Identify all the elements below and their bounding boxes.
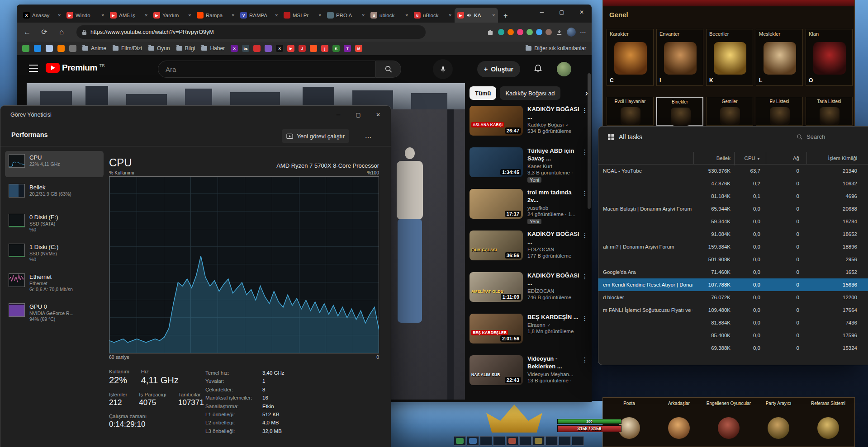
suggested-video[interactable]: 1:34:45 Türkiye ABD için Savaş ... Kaner… xyxy=(470,147,588,186)
new-tab-button[interactable]: + xyxy=(498,12,513,23)
back-icon[interactable]: ← xyxy=(19,23,35,42)
extension-icon[interactable] xyxy=(508,29,514,35)
bookmark-site-icon[interactable] xyxy=(46,45,53,52)
task-row[interactable]: Macun Bulaştı | Donanım Arşivi Forum 65.… xyxy=(598,202,868,215)
bookmark-site-icon[interactable] xyxy=(57,45,65,52)
video-title[interactable]: trol mm tadında 2v... xyxy=(527,189,581,204)
game-social-cell[interactable]: Engellenen Oyuncular xyxy=(705,399,752,445)
tab-close-icon[interactable]: ✕ xyxy=(101,13,104,18)
bookmark-site-icon[interactable] xyxy=(310,45,317,52)
voice-search-button[interactable] xyxy=(433,59,453,79)
suggested-video[interactable]: AMELİYAT OLDU 1:11:09 KADIKÖY BOĞASI ...… xyxy=(470,272,588,311)
suggested-video[interactable]: ASLANA KARŞI 26:47 KADIKÖY BOĞASI ... Ka… xyxy=(470,106,588,145)
task-row[interactable]: alı mı? | Donanım Arşivi Forum 159.384K … xyxy=(598,240,868,253)
column-memory[interactable]: Bellek xyxy=(693,152,730,165)
chip-topic[interactable]: Kadıköy Boğası ad xyxy=(500,86,560,100)
column-cpu[interactable]: CPU ▼ xyxy=(734,152,760,165)
video-channel[interactable]: Kaner Kurt✓ xyxy=(527,164,581,169)
page-scrollbar[interactable] xyxy=(588,73,591,209)
video-menu-icon[interactable]: ⋮ xyxy=(582,148,588,155)
task-table-header[interactable]: Bellek CPU ▼ Ağ İşlem Kimliği xyxy=(598,152,868,165)
task-row[interactable]: 47.876K 0,2 0 10632 xyxy=(598,177,868,190)
browser-tab[interactable]: u ublock ✕ xyxy=(368,8,411,23)
bookmark-folder[interactable]: Bilgi xyxy=(176,45,195,52)
bookmark-site-icon[interactable]: ▶ xyxy=(287,45,294,52)
extension-icon[interactable] xyxy=(545,29,552,35)
video-thumbnail[interactable]: FİLM GALASI 36:56 xyxy=(470,231,523,260)
video-menu-icon[interactable]: ⋮ xyxy=(582,315,588,322)
video-title[interactable]: KADIKÖY BOĞASI ... xyxy=(527,272,581,287)
video-menu-icon[interactable]: ⋮ xyxy=(582,356,588,363)
bookmark-site-icon[interactable] xyxy=(34,45,41,52)
video-thumbnail[interactable]: ASLANA KARŞI 26:47 xyxy=(470,106,523,136)
video-menu-icon[interactable]: ⋮ xyxy=(582,107,588,114)
game-menu-cell[interactable]: Beceriler K xyxy=(706,29,753,86)
browser-tab[interactable]: PRO A ✕ xyxy=(324,8,368,23)
maximize-button[interactable]: ▢ xyxy=(552,5,572,20)
browser-tab[interactable]: X Anasay ✕ xyxy=(20,8,64,23)
game-menu-cell[interactable]: Klan O xyxy=(806,29,853,86)
task-row[interactable]: NGAL - YouTube 530.376K 63,7 0 21340 xyxy=(598,165,868,177)
toolbar-more-icon[interactable]: … xyxy=(361,129,375,143)
bookmark-site-icon[interactable]: J xyxy=(299,45,306,52)
refresh-icon[interactable]: ⟳ xyxy=(37,23,52,42)
performance-sidebar-item[interactable]: Bellek 20,2/31,9 GB (63%) xyxy=(5,181,104,207)
video-menu-icon[interactable]: ⋮ xyxy=(582,273,588,280)
bookmark-site-icon[interactable]: j xyxy=(321,45,328,52)
tab-close-icon[interactable]: ✕ xyxy=(448,13,452,18)
tab-audio-icon[interactable] xyxy=(466,13,472,18)
bookmark-folder[interactable]: Film/Dizi xyxy=(113,45,142,52)
game-social-cell[interactable]: Referans Sistemi xyxy=(805,399,852,445)
browser-tab[interactable]: ▶ Yardım ✕ xyxy=(151,8,194,23)
hotbar-slot[interactable] xyxy=(545,436,558,446)
bookmark-site-icon[interactable]: M xyxy=(355,45,362,52)
browser-tab[interactable]: ▶ Windo ✕ xyxy=(64,8,107,23)
performance-sidebar-item[interactable]: GPU 0 NVIDIA GeForce R... 94% (69 °C) xyxy=(5,300,104,326)
game-menu-cell[interactable]: Karakter C xyxy=(607,29,654,86)
download-icon[interactable] xyxy=(556,29,563,36)
bookmark-folder[interactable]: Anime xyxy=(82,45,106,52)
task-row[interactable]: 501.908K 0,0 0 2956 xyxy=(598,253,868,266)
browser-profile-avatar[interactable] xyxy=(567,28,576,37)
bookmark-site-icon[interactable]: T xyxy=(344,45,351,52)
tab-close-icon[interactable]: ✕ xyxy=(144,13,148,18)
close-button[interactable]: ✕ xyxy=(572,5,592,20)
game-social-cell[interactable]: Party Arayıcı xyxy=(755,399,802,445)
extension-icon[interactable] xyxy=(526,29,533,35)
task-row[interactable]: 81.884K 0,0 0 7436 xyxy=(598,316,868,329)
video-channel[interactable]: Elraenn✓ xyxy=(527,322,581,328)
hotbar-slot[interactable] xyxy=(493,436,505,446)
create-button[interactable]: + Oluştur xyxy=(477,61,520,77)
game-submenu-cell[interactable]: Tarla Listesi xyxy=(806,97,853,126)
browser-tab[interactable]: ▶ AM5 İş ✕ xyxy=(107,8,151,23)
tab-close-icon[interactable]: ✕ xyxy=(318,13,322,18)
bookmark-site-icon[interactable]: X xyxy=(231,45,238,52)
suggested-video[interactable]: 17:17 trol mm tadında 2v... yusufkob✓ 24… xyxy=(470,189,588,228)
hotbar-slot[interactable] xyxy=(454,436,466,446)
task-row[interactable]: em Kendi Kendine Reset Atıyor | Donanım … xyxy=(598,278,868,291)
browser-tab[interactable]: u uBlock ✕ xyxy=(411,8,455,23)
close-button[interactable]: ✕ xyxy=(368,108,388,122)
game-submenu-cell[interactable]: Evcil Hayvanlar xyxy=(607,97,654,126)
search-input[interactable] xyxy=(166,66,368,73)
video-menu-icon[interactable]: ⋮ xyxy=(582,231,588,239)
video-title[interactable]: Türkiye ABD için Savaş ... xyxy=(527,147,581,163)
extensions-puzzle-icon[interactable] xyxy=(487,29,494,36)
video-title[interactable]: KADIKÖY BOĞASI ... xyxy=(527,106,581,121)
maximize-button[interactable]: ▢ xyxy=(348,108,368,122)
game-window-titlebar[interactable] xyxy=(603,0,854,6)
tab-close-icon[interactable]: ✕ xyxy=(231,13,235,18)
column-pid[interactable]: İşlem Kimliği xyxy=(806,152,857,165)
extension-icon[interactable] xyxy=(536,29,542,35)
other-favorites[interactable]: Diğer sık kullanılanlar xyxy=(526,45,586,52)
bookmark-site-icon[interactable] xyxy=(253,45,261,52)
browser-menu-icon[interactable]: ⋯ xyxy=(580,28,586,36)
performance-sidebar-item[interactable]: 1 Diski (C:) SSD (NVMe) %0 xyxy=(5,240,104,267)
video-title[interactable]: BEŞ KARDEŞİN ... xyxy=(527,314,581,321)
hotbar-slot[interactable] xyxy=(506,436,518,446)
task-row[interactable]: 69.388K 0,0 0 15324 xyxy=(598,342,868,354)
extension-icon[interactable] xyxy=(498,29,504,35)
address-bar[interactable]: https://www.youtube.com/watch?v=PRivpyrO… xyxy=(76,25,426,39)
bookmark-site-icon[interactable]: X xyxy=(276,45,283,52)
suggested-video[interactable]: NAS ALIM SUR 22:43 Videoyun - Beklerken … xyxy=(470,355,588,394)
